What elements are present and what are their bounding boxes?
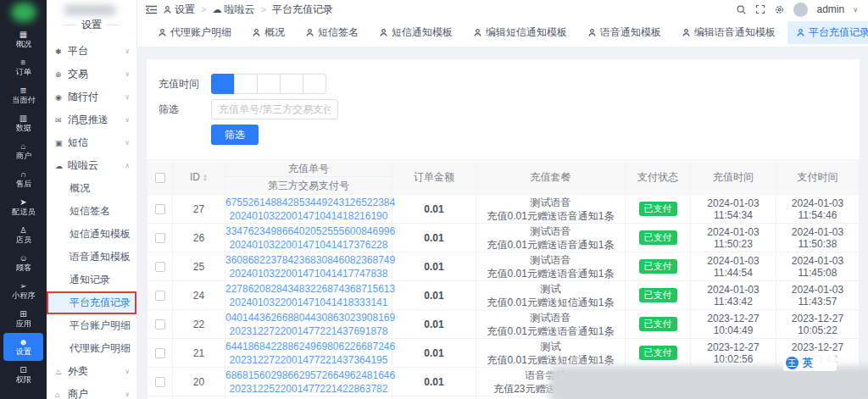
- trade-no-link[interactable]: 2023122722001477221437691878: [225, 324, 392, 338]
- row-checkbox[interactable]: [155, 319, 165, 330]
- ime-logo[interactable]: 王: [786, 357, 798, 369]
- time-option-unlimited[interactable]: [211, 74, 235, 94]
- menu-item-platform-account-detail[interactable]: 平台账户明细: [47, 314, 136, 337]
- tab-voice-notify-template[interactable]: 语音通知模板: [579, 21, 670, 44]
- order-no-header: 充值单号 第三方交易支付号: [225, 160, 392, 195]
- package-cell: 测试 充值0.01元赠送短信通知1条: [476, 339, 626, 368]
- row-select-cell: [147, 396, 173, 399]
- order-no-link[interactable]: 675526148842853449243126522384: [225, 196, 392, 209]
- rail-item-face-pay[interactable]: ≣ 当面付: [3, 81, 43, 109]
- trade-no-link[interactable]: 2024010322001471041418216190: [225, 209, 392, 223]
- order-no-link[interactable]: 040144362668804430863023908169: [225, 311, 392, 324]
- recharge-time-cell: 2023-12-27 10:02:56: [691, 339, 776, 368]
- rail-item-icon: ▦: [19, 30, 27, 39]
- row-checkbox[interactable]: [155, 348, 165, 358]
- amount-cell: 0.01: [392, 310, 476, 339]
- rail-item-apps[interactable]: ⊞ 应用: [3, 305, 43, 333]
- search-icon[interactable]: [736, 4, 747, 15]
- rail-item-merchant[interactable]: ⌂ 商户: [3, 137, 43, 165]
- breadcrumb-lala-cloud[interactable]: ☁ 啦啦云: [212, 3, 254, 17]
- menu-group-sms[interactable]: ▣ 短信 ∨: [47, 131, 136, 154]
- tab-agent-account-detail[interactable]: 代理账户明细: [149, 21, 240, 44]
- order-no-link[interactable]: 334762349866402052555600846996: [225, 224, 392, 238]
- row-checkbox[interactable]: [155, 291, 165, 301]
- gear-icon[interactable]: [774, 4, 785, 15]
- tab-sms-notify-template[interactable]: 短信通知模板: [370, 21, 461, 44]
- status-cell: 已支付: [626, 224, 691, 252]
- order-no-link[interactable]: 686815602986629572664962481646: [225, 369, 392, 382]
- status-cell: 已支付: [626, 339, 691, 368]
- rail-item-icon: ≣: [19, 86, 26, 95]
- rail-item-courier[interactable]: ➤ 配送员: [3, 193, 43, 221]
- menu-item-label: 随行付: [68, 90, 125, 104]
- menu-group-takeout[interactable]: ♨ 外卖 ∨: [47, 360, 136, 383]
- row-checkbox[interactable]: [155, 262, 165, 272]
- rail-item-label: 店员: [15, 235, 31, 244]
- rail-item-data[interactable]: ▥ 数据: [3, 109, 43, 137]
- rail-item-permissions[interactable]: ⊡ 权限: [3, 361, 43, 389]
- time-option-last-week[interactable]: [234, 74, 258, 94]
- tab-edit-sms-notify-template[interactable]: 编辑短信通知模板: [465, 21, 576, 44]
- row-checkbox[interactable]: [155, 377, 165, 387]
- time-option-custom[interactable]: [303, 74, 326, 94]
- order-no-link[interactable]: 227862082843483226874368715613: [225, 282, 392, 296]
- tab-sms-signature[interactable]: 短信签名: [297, 21, 367, 44]
- filter-submit-button[interactable]: 筛选: [211, 125, 259, 145]
- avatar[interactable]: [793, 3, 808, 17]
- rail-item-icon: ♙: [19, 225, 27, 235]
- menu-item-sms-signature[interactable]: 短信签名: [47, 200, 136, 223]
- order-no-link[interactable]: 644186842288624969806226687246: [225, 340, 392, 353]
- title-rule-right: [107, 25, 120, 25]
- tab-platform-recharge-records[interactable]: 平台充值记录 ×: [787, 21, 868, 44]
- secondary-sidebar: 设置 ✱ 平台 ∨ ⊕ 交易 ∨ ◉ 随行付 ∨ ✉ 消息推送 ∨ ▣ 短信 ∨…: [47, 0, 137, 399]
- menu-item-icon: ✉: [55, 116, 66, 125]
- rail-item-icon: ⊡: [19, 365, 26, 374]
- menu-group-platform[interactable]: ✱ 平台 ∨: [47, 40, 136, 63]
- fullscreen-icon[interactable]: [755, 4, 765, 14]
- username[interactable]: admin: [816, 3, 844, 15]
- menu-item-platform-recharge-records[interactable]: 平台充值记录: [47, 291, 136, 314]
- row-checkbox[interactable]: [155, 204, 165, 214]
- order-search-input[interactable]: [211, 99, 338, 119]
- time-option-last-month[interactable]: [257, 74, 281, 94]
- menu-item-sms-notify-template[interactable]: 短信通知模板: [47, 223, 136, 246]
- menu-item-label: 平台账户明细: [70, 319, 131, 333]
- menu-group-suixingpay[interactable]: ◉ 随行付 ∨: [47, 86, 136, 108]
- menu-group-message-push[interactable]: ✉ 消息推送 ∨: [47, 108, 136, 131]
- trade-no-link[interactable]: 2023122722001477221437364195: [225, 353, 392, 367]
- sort-icon[interactable]: ▲▼: [203, 174, 208, 182]
- rail-item-orders[interactable]: ≡ 订单: [3, 53, 43, 81]
- tab-label: 平台充值记录: [809, 25, 868, 40]
- ime-language-mode[interactable]: 英: [803, 356, 813, 370]
- menu-item-agent-account-detail[interactable]: 代理账户明细: [47, 337, 136, 360]
- menu-item-notify-records[interactable]: 通知记录: [47, 269, 136, 291]
- trade-no-link[interactable]: 2024010322001471041417747838: [225, 267, 392, 280]
- trade-no-link[interactable]: 2023122522001477221422863782: [225, 382, 392, 396]
- time-option-last-3month[interactable]: [280, 74, 303, 94]
- breadcrumb-settings[interactable]: 设置: [163, 3, 195, 17]
- rail-item-after-sales[interactable]: ∩ 售后: [3, 165, 43, 193]
- tab-overview[interactable]: 概况: [243, 21, 293, 44]
- rail-item-settings[interactable]: ☻ 设置: [3, 333, 43, 361]
- menu-item-overview[interactable]: 概况: [47, 177, 136, 200]
- menu-group-trade[interactable]: ⊕ 交易 ∨: [47, 63, 136, 86]
- menu-group-lala-cloud[interactable]: ☁ 啦啦云 ∧: [47, 154, 136, 177]
- id-header[interactable]: ID▲▼: [173, 160, 225, 195]
- chevron-down-icon[interactable]: ∨: [853, 6, 858, 14]
- rail-item-clerk[interactable]: ♙ 店员: [3, 221, 43, 249]
- tab-edit-voice-notify-template[interactable]: 编辑语音通知模板: [673, 21, 784, 44]
- rail-item-overview[interactable]: ▦ 概况: [3, 25, 43, 53]
- rail-item-mini-program[interactable]: ➢ 小程序: [3, 277, 43, 305]
- pay-time-cell: 2024-01-03 11:43:57: [776, 281, 860, 310]
- collapse-sidebar-icon[interactable]: [146, 5, 157, 14]
- rail-item-customer[interactable]: ☺ 顾客: [3, 249, 43, 277]
- menu-item-voice-notify-template[interactable]: 语音通知模板: [47, 246, 136, 269]
- trade-no-link[interactable]: 2024010322001471041418333141: [225, 296, 392, 309]
- select-all-checkbox[interactable]: [155, 173, 165, 183]
- company-name-blurred: [64, 5, 116, 15]
- order-no-link[interactable]: 360868223784236830846082368749: [225, 253, 392, 267]
- package-cell: 测试 充值0.01元赠送短信通知1条: [476, 281, 626, 310]
- row-checkbox[interactable]: [155, 233, 165, 243]
- menu-group-merchant[interactable]: ⌂ 商户 ∨: [47, 383, 136, 399]
- trade-no-link[interactable]: 2024010322001471041417376228: [225, 238, 392, 252]
